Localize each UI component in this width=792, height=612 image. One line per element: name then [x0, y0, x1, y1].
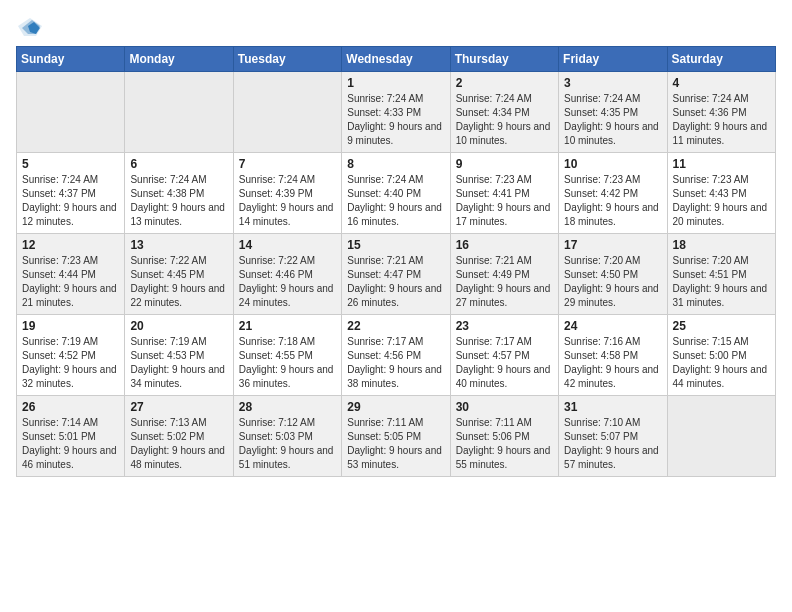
- day-info: Sunrise: 7:23 AM Sunset: 4:43 PM Dayligh…: [673, 173, 770, 229]
- weekday-header-cell: Friday: [559, 47, 667, 72]
- calendar-day-cell: 15Sunrise: 7:21 AM Sunset: 4:47 PM Dayli…: [342, 234, 450, 315]
- day-info: Sunrise: 7:21 AM Sunset: 4:49 PM Dayligh…: [456, 254, 553, 310]
- day-number: 1: [347, 76, 444, 90]
- calendar-day-cell: 10Sunrise: 7:23 AM Sunset: 4:42 PM Dayli…: [559, 153, 667, 234]
- calendar-day-cell: 18Sunrise: 7:20 AM Sunset: 4:51 PM Dayli…: [667, 234, 775, 315]
- weekday-header-cell: Monday: [125, 47, 233, 72]
- day-number: 28: [239, 400, 336, 414]
- calendar-week-row: 5Sunrise: 7:24 AM Sunset: 4:37 PM Daylig…: [17, 153, 776, 234]
- calendar-day-cell: 22Sunrise: 7:17 AM Sunset: 4:56 PM Dayli…: [342, 315, 450, 396]
- calendar-day-cell: 7Sunrise: 7:24 AM Sunset: 4:39 PM Daylig…: [233, 153, 341, 234]
- calendar-day-cell: 19Sunrise: 7:19 AM Sunset: 4:52 PM Dayli…: [17, 315, 125, 396]
- day-info: Sunrise: 7:17 AM Sunset: 4:57 PM Dayligh…: [456, 335, 553, 391]
- day-info: Sunrise: 7:24 AM Sunset: 4:33 PM Dayligh…: [347, 92, 444, 148]
- day-info: Sunrise: 7:24 AM Sunset: 4:38 PM Dayligh…: [130, 173, 227, 229]
- calendar-day-cell: 1Sunrise: 7:24 AM Sunset: 4:33 PM Daylig…: [342, 72, 450, 153]
- calendar-day-cell: 2Sunrise: 7:24 AM Sunset: 4:34 PM Daylig…: [450, 72, 558, 153]
- day-info: Sunrise: 7:12 AM Sunset: 5:03 PM Dayligh…: [239, 416, 336, 472]
- day-info: Sunrise: 7:21 AM Sunset: 4:47 PM Dayligh…: [347, 254, 444, 310]
- day-info: Sunrise: 7:24 AM Sunset: 4:36 PM Dayligh…: [673, 92, 770, 148]
- day-number: 25: [673, 319, 770, 333]
- day-info: Sunrise: 7:23 AM Sunset: 4:41 PM Dayligh…: [456, 173, 553, 229]
- day-number: 7: [239, 157, 336, 171]
- calendar-day-cell: 21Sunrise: 7:18 AM Sunset: 4:55 PM Dayli…: [233, 315, 341, 396]
- day-info: Sunrise: 7:15 AM Sunset: 5:00 PM Dayligh…: [673, 335, 770, 391]
- calendar-week-row: 12Sunrise: 7:23 AM Sunset: 4:44 PM Dayli…: [17, 234, 776, 315]
- day-info: Sunrise: 7:16 AM Sunset: 4:58 PM Dayligh…: [564, 335, 661, 391]
- calendar-body: 1Sunrise: 7:24 AM Sunset: 4:33 PM Daylig…: [17, 72, 776, 477]
- calendar-week-row: 1Sunrise: 7:24 AM Sunset: 4:33 PM Daylig…: [17, 72, 776, 153]
- calendar-day-cell: 28Sunrise: 7:12 AM Sunset: 5:03 PM Dayli…: [233, 396, 341, 477]
- day-info: Sunrise: 7:23 AM Sunset: 4:44 PM Dayligh…: [22, 254, 119, 310]
- calendar-day-cell: [667, 396, 775, 477]
- calendar-day-cell: [233, 72, 341, 153]
- day-number: 26: [22, 400, 119, 414]
- day-number: 29: [347, 400, 444, 414]
- calendar-day-cell: 5Sunrise: 7:24 AM Sunset: 4:37 PM Daylig…: [17, 153, 125, 234]
- weekday-header-cell: Saturday: [667, 47, 775, 72]
- day-number: 27: [130, 400, 227, 414]
- header: [16, 16, 776, 38]
- day-number: 5: [22, 157, 119, 171]
- day-number: 9: [456, 157, 553, 171]
- calendar-day-cell: 3Sunrise: 7:24 AM Sunset: 4:35 PM Daylig…: [559, 72, 667, 153]
- day-info: Sunrise: 7:22 AM Sunset: 4:45 PM Dayligh…: [130, 254, 227, 310]
- day-number: 21: [239, 319, 336, 333]
- calendar-week-row: 26Sunrise: 7:14 AM Sunset: 5:01 PM Dayli…: [17, 396, 776, 477]
- calendar-day-cell: 24Sunrise: 7:16 AM Sunset: 4:58 PM Dayli…: [559, 315, 667, 396]
- logo: [16, 16, 48, 38]
- day-number: 19: [22, 319, 119, 333]
- calendar-day-cell: 29Sunrise: 7:11 AM Sunset: 5:05 PM Dayli…: [342, 396, 450, 477]
- day-info: Sunrise: 7:24 AM Sunset: 4:35 PM Dayligh…: [564, 92, 661, 148]
- day-info: Sunrise: 7:18 AM Sunset: 4:55 PM Dayligh…: [239, 335, 336, 391]
- calendar-day-cell: 8Sunrise: 7:24 AM Sunset: 4:40 PM Daylig…: [342, 153, 450, 234]
- day-number: 31: [564, 400, 661, 414]
- day-number: 14: [239, 238, 336, 252]
- calendar-day-cell: 20Sunrise: 7:19 AM Sunset: 4:53 PM Dayli…: [125, 315, 233, 396]
- day-number: 15: [347, 238, 444, 252]
- day-number: 6: [130, 157, 227, 171]
- calendar-day-cell: 11Sunrise: 7:23 AM Sunset: 4:43 PM Dayli…: [667, 153, 775, 234]
- day-info: Sunrise: 7:24 AM Sunset: 4:39 PM Dayligh…: [239, 173, 336, 229]
- day-number: 11: [673, 157, 770, 171]
- day-info: Sunrise: 7:19 AM Sunset: 4:53 PM Dayligh…: [130, 335, 227, 391]
- day-number: 8: [347, 157, 444, 171]
- day-info: Sunrise: 7:24 AM Sunset: 4:40 PM Dayligh…: [347, 173, 444, 229]
- calendar-day-cell: 27Sunrise: 7:13 AM Sunset: 5:02 PM Dayli…: [125, 396, 233, 477]
- day-info: Sunrise: 7:22 AM Sunset: 4:46 PM Dayligh…: [239, 254, 336, 310]
- calendar-day-cell: 31Sunrise: 7:10 AM Sunset: 5:07 PM Dayli…: [559, 396, 667, 477]
- day-info: Sunrise: 7:14 AM Sunset: 5:01 PM Dayligh…: [22, 416, 119, 472]
- calendar-week-row: 19Sunrise: 7:19 AM Sunset: 4:52 PM Dayli…: [17, 315, 776, 396]
- weekday-header-cell: Tuesday: [233, 47, 341, 72]
- day-info: Sunrise: 7:11 AM Sunset: 5:06 PM Dayligh…: [456, 416, 553, 472]
- calendar-day-cell: 14Sunrise: 7:22 AM Sunset: 4:46 PM Dayli…: [233, 234, 341, 315]
- day-number: 16: [456, 238, 553, 252]
- day-info: Sunrise: 7:19 AM Sunset: 4:52 PM Dayligh…: [22, 335, 119, 391]
- calendar-day-cell: 26Sunrise: 7:14 AM Sunset: 5:01 PM Dayli…: [17, 396, 125, 477]
- day-info: Sunrise: 7:13 AM Sunset: 5:02 PM Dayligh…: [130, 416, 227, 472]
- logo-icon: [16, 16, 44, 38]
- day-number: 23: [456, 319, 553, 333]
- day-info: Sunrise: 7:17 AM Sunset: 4:56 PM Dayligh…: [347, 335, 444, 391]
- weekday-header-row: SundayMondayTuesdayWednesdayThursdayFrid…: [17, 47, 776, 72]
- calendar-day-cell: 6Sunrise: 7:24 AM Sunset: 4:38 PM Daylig…: [125, 153, 233, 234]
- day-number: 30: [456, 400, 553, 414]
- calendar: SundayMondayTuesdayWednesdayThursdayFrid…: [16, 46, 776, 477]
- calendar-day-cell: 17Sunrise: 7:20 AM Sunset: 4:50 PM Dayli…: [559, 234, 667, 315]
- calendar-day-cell: 4Sunrise: 7:24 AM Sunset: 4:36 PM Daylig…: [667, 72, 775, 153]
- day-number: 18: [673, 238, 770, 252]
- weekday-header-cell: Sunday: [17, 47, 125, 72]
- day-number: 13: [130, 238, 227, 252]
- day-number: 2: [456, 76, 553, 90]
- calendar-day-cell: 13Sunrise: 7:22 AM Sunset: 4:45 PM Dayli…: [125, 234, 233, 315]
- day-info: Sunrise: 7:10 AM Sunset: 5:07 PM Dayligh…: [564, 416, 661, 472]
- day-number: 4: [673, 76, 770, 90]
- day-number: 17: [564, 238, 661, 252]
- day-info: Sunrise: 7:24 AM Sunset: 4:34 PM Dayligh…: [456, 92, 553, 148]
- calendar-day-cell: 30Sunrise: 7:11 AM Sunset: 5:06 PM Dayli…: [450, 396, 558, 477]
- day-number: 3: [564, 76, 661, 90]
- day-info: Sunrise: 7:24 AM Sunset: 4:37 PM Dayligh…: [22, 173, 119, 229]
- calendar-day-cell: 16Sunrise: 7:21 AM Sunset: 4:49 PM Dayli…: [450, 234, 558, 315]
- weekday-header-cell: Thursday: [450, 47, 558, 72]
- day-number: 20: [130, 319, 227, 333]
